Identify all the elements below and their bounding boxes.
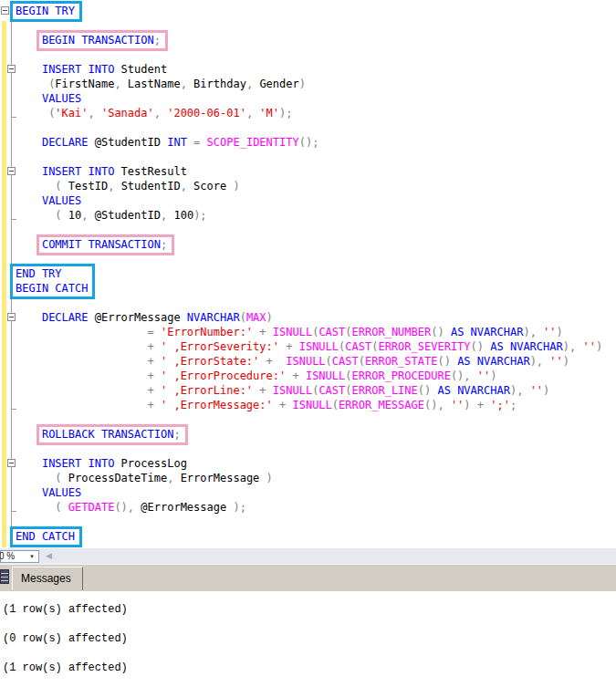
message-line: (1 row(s) affected) xyxy=(3,661,616,675)
code-token: ; xyxy=(154,34,161,47)
code-line[interactable]: VALUES xyxy=(16,485,81,500)
code-line[interactable]: INSERT INTO Student xyxy=(16,62,167,77)
annotation-box-pink: COMMIT TRANSACTION; xyxy=(37,234,174,255)
code-line[interactable]: INSERT INTO ProcessLog xyxy=(16,456,187,471)
code-token: VALUES xyxy=(42,92,81,105)
fold-collapse-icon[interactable] xyxy=(7,313,16,321)
code-line[interactable]: VALUES xyxy=(16,193,81,208)
code-token: , xyxy=(181,78,187,90)
scroll-left-icon[interactable]: ◀ xyxy=(46,550,52,562)
code-token: ), xyxy=(530,355,550,368)
code-line[interactable]: + ' ,ErrorLine:' + ISNULL(CAST(ERROR_LIN… xyxy=(16,383,549,398)
code-token: Birthday xyxy=(187,78,246,90)
message-line: (1 row(s) affected) xyxy=(3,602,616,617)
code-token: Student xyxy=(114,63,167,76)
sql-editor[interactable]: BEGIN TRY BEGIN TRANSACTION; INSERT INTO… xyxy=(0,0,616,547)
results-tab-strip: Messages xyxy=(0,564,616,591)
code-token: Gender xyxy=(253,78,299,90)
code-token: GETDATE xyxy=(68,501,115,514)
editor-horizontal-scrollbar[interactable]: 0 % ▼ ◀ xyxy=(0,547,616,564)
code-line[interactable]: ROLLBACK TRANSACTION; xyxy=(16,427,188,448)
code-token: ISNULL xyxy=(273,326,312,338)
code-token: + xyxy=(259,355,286,368)
code-line[interactable]: ( GETDATE(), @ErrorMessage ); xyxy=(16,500,246,515)
code-line[interactable]: = 'ErrorNumber:' + ISNULL(CAST(ERROR_NUM… xyxy=(16,325,563,339)
code-token: ) xyxy=(226,180,239,193)
code-line[interactable]: END TRYBEGIN CATCH xyxy=(16,266,95,302)
code-token: CAST xyxy=(318,326,345,338)
code-token: ProcessLog xyxy=(114,457,186,470)
annotation-box-pink: ROLLBACK TRANSACTION; xyxy=(37,424,188,445)
code-line[interactable]: DECLARE @StudentID INT = SCOPE_IDENTITY(… xyxy=(16,135,318,150)
code-token: ERROR_PROCEDURE xyxy=(352,370,451,382)
code-token: + xyxy=(253,384,273,397)
code-line[interactable]: + ' ,ErrorSeverity:' + ISNULL(CAST(ERROR… xyxy=(16,339,602,354)
code-line[interactable]: ('Kai', 'Sanada', '2000-06-01', 'M'); xyxy=(16,106,292,120)
code-token: 'Kai' xyxy=(55,107,88,120)
code-token: ISNULL xyxy=(299,340,339,353)
code-token: ';' xyxy=(490,399,510,411)
fold-collapse-icon[interactable] xyxy=(1,6,9,15)
code-token: ; xyxy=(161,238,167,251)
code-token: '' xyxy=(582,340,595,353)
code-token: ( xyxy=(240,311,246,324)
zoom-level-combo[interactable]: 0 % ▼ xyxy=(0,550,39,563)
code-token: FirstName xyxy=(55,78,114,90)
code-token: ISNULL xyxy=(286,355,325,368)
code-token: ' ,ErrorMessage:' xyxy=(161,399,273,411)
code-token: CAST xyxy=(332,355,359,368)
code-token: ERROR_LINE xyxy=(352,384,418,397)
code-token: AS NVARCHAR xyxy=(457,355,529,368)
code-token: ) xyxy=(563,355,569,368)
code-token: ), xyxy=(523,326,543,338)
code-token: ); xyxy=(193,209,206,222)
code-token: ' ,ErrorState:' xyxy=(161,355,259,368)
fold-collapse-icon[interactable] xyxy=(7,167,16,175)
code-line[interactable]: DECLARE @ErrorMessage NVARCHAR(MAX) xyxy=(16,310,273,325)
code-line[interactable]: + ' ,ErrorMessage:' + ISNULL(ERROR_MESSA… xyxy=(16,398,517,412)
code-token: '' xyxy=(543,326,556,338)
fold-collapse-icon[interactable] xyxy=(7,459,16,467)
code-token: @ErrorMessage xyxy=(141,501,226,514)
code-line[interactable]: ( TestID, StudentID, Score ) xyxy=(16,179,240,193)
code-token: ErrorMessage xyxy=(173,472,259,484)
code-line[interactable]: INSERT INTO TestResult xyxy=(16,164,187,179)
code-token: ( xyxy=(345,326,351,338)
code-token: ), xyxy=(510,384,530,397)
code-line[interactable]: ( 10, @StudentID, 100); xyxy=(16,208,207,223)
code-line[interactable]: BEGIN TRY xyxy=(16,4,82,25)
code-token: ); xyxy=(279,107,292,120)
code-line[interactable]: (FirstName, LastName, Birthday, Gender) xyxy=(16,77,306,91)
code-token: VALUES xyxy=(42,486,81,499)
code-token: + xyxy=(148,370,161,382)
code-token: ; xyxy=(510,399,517,411)
code-token: ' ,ErrorSeverity:' xyxy=(161,340,279,353)
code-line[interactable]: BEGIN TRANSACTION; xyxy=(16,33,168,54)
code-line[interactable]: + ' ,ErrorProcedure:' + ISNULL(ERROR_PRO… xyxy=(16,369,496,383)
code-token: INSERT INTO xyxy=(42,165,114,178)
chevron-down-icon[interactable]: ▼ xyxy=(26,551,37,562)
code-token: , xyxy=(154,107,167,120)
code-token: = xyxy=(148,326,161,338)
code-line[interactable]: VALUES xyxy=(16,91,81,106)
code-token: , xyxy=(181,180,187,193)
code-token: ( xyxy=(359,355,365,368)
code-token: ERROR_SEVERITY xyxy=(378,340,470,353)
code-token: @StudentID xyxy=(88,136,167,149)
code-token: '' xyxy=(549,355,562,368)
code-token: ( xyxy=(332,399,339,411)
track-changes-bar xyxy=(2,21,6,547)
messages-pane[interactable]: (1 row(s) affected)(0 row(s) affected)(1… xyxy=(0,591,616,687)
code-token: ), xyxy=(563,340,583,353)
code-token: '2000-06-01' xyxy=(167,107,246,120)
code-line[interactable]: ( ProcessDateTime, ErrorMessage ) xyxy=(16,471,273,485)
code-line[interactable]: + ' ,ErrorState:' + ISNULL(CAST(ERROR_ST… xyxy=(16,354,569,369)
code-line[interactable]: COMMIT TRANSACTION; xyxy=(16,237,174,258)
code-token: + xyxy=(286,370,306,382)
code-token: AS NVARCHAR xyxy=(451,326,523,338)
fold-collapse-icon[interactable] xyxy=(7,65,16,73)
code-token: ERROR_NUMBER xyxy=(352,326,432,338)
annotation-box-blue: END TRYBEGIN CATCH xyxy=(10,264,95,299)
code-token: @StudentID xyxy=(89,209,161,222)
tab-messages[interactable]: Messages xyxy=(12,567,83,590)
